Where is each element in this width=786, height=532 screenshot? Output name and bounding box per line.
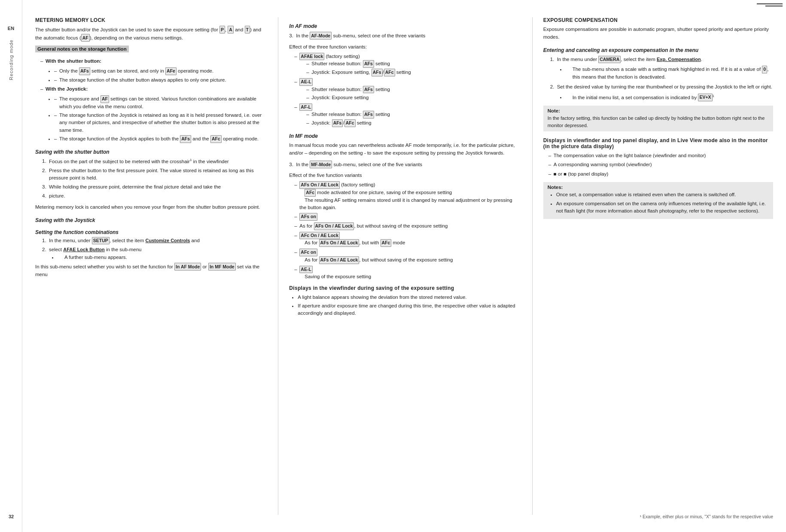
exposure-title: EXPOSURE COMPENSATION xyxy=(543,17,773,23)
mf-variant-5: AFc on As for AFs On / AE Lock, but with… xyxy=(294,249,519,264)
afae-subitems: Shutter release button: AFs setting Joys… xyxy=(306,60,519,76)
viewfinder-bullets: A light balance appears showing the devi… xyxy=(298,294,519,317)
af-mode-title: In AF mode xyxy=(289,23,519,29)
col-mid: In AF mode 3. In the AF-Mode sub-menu, s… xyxy=(278,17,519,515)
saving-joystick-title: Saving with the Joystick xyxy=(35,217,265,223)
mf-mode-title: In MF mode xyxy=(289,133,519,139)
label-afc-1: AFc xyxy=(384,69,395,76)
joystick-bullet-3: The storage function of the Joystick app… xyxy=(54,135,265,143)
label-afc-2: AFc xyxy=(344,119,356,127)
enter-step-2-bullet: In the initial menu list, a set compensa… xyxy=(566,94,773,102)
label-setup: SETUP xyxy=(92,237,110,245)
mf-mode-text: In manual focus mode you can nevertheles… xyxy=(289,142,519,157)
saving-shutter-title: Saving with the shutter button xyxy=(35,149,265,155)
label-afcon-aelock: AFc On / AE Lock xyxy=(299,232,340,240)
vf-bullet-1: A light balance appears showing the devi… xyxy=(298,294,519,301)
enter-step-1-bullet: The sub-menu shows a scale with a settin… xyxy=(566,66,773,81)
viewfinder-display-title: Displays in the viewfinder during saving… xyxy=(289,285,519,291)
mf-v1-text1: AFc mode activated for one picture, savi… xyxy=(305,190,452,195)
afl-subitems: Shutter release button: AFs setting Joys… xyxy=(306,111,519,127)
enter-step-2: 2.Set the desired value by turning the r… xyxy=(550,83,773,101)
saving-shutter-steps: 1.Focus on the part of the subject to be… xyxy=(42,158,265,200)
func-bullet-1: A further sub-menu appears. xyxy=(58,254,265,261)
afl-sub-1: Shutter release button: AFs setting xyxy=(306,111,519,119)
label-afs-1: AFs xyxy=(79,67,90,75)
saving-shutter-title-text: Saving with the shutter button xyxy=(35,149,110,155)
joystick-item: With the Joystick: The exposure and AF s… xyxy=(40,85,265,143)
mf-mode-title-text: In MF mode xyxy=(289,133,318,139)
ael-subitems: Shutter release button: AFs setting Joys… xyxy=(306,86,519,102)
sidebar-lang: EN xyxy=(8,26,14,31)
joystick-bullet-1: The exposure and AF settings can be stor… xyxy=(54,95,265,110)
notes-bullets: Once set, a compensation value is retain… xyxy=(556,191,769,215)
label-exp-comp: Exp. Compensation xyxy=(657,57,701,62)
submenu-text: In this sub-menu select whether you wish… xyxy=(35,263,265,279)
general-notes-label: General notes on the storage function xyxy=(35,46,129,52)
func-step-2: 2.select AFAE Lock Button in the sub-men… xyxy=(42,246,265,261)
label-afs-4: AFs xyxy=(363,86,374,94)
variant-afae: AFAE lock (factory setting) Shutter rele… xyxy=(294,53,519,76)
label-afcon: AFc on xyxy=(299,249,317,256)
ael-sub-2: Joystick: Exposure setting xyxy=(306,94,519,101)
afae-sub-1: Shutter release button: AFs setting xyxy=(306,60,519,68)
saving-joystick-title-text: Saving with the Joystick xyxy=(35,217,95,223)
label-afs-6: AFs xyxy=(332,119,343,127)
notes-bullet-1: Once set, a compensation value is retain… xyxy=(556,191,769,198)
shutter-label: With the shutter button: xyxy=(46,58,101,64)
mf-variant-3: As for AFs On / AE Lock, but without sav… xyxy=(294,222,519,230)
label-afs-2: AFs xyxy=(363,60,374,68)
label-afs-3: AFs xyxy=(372,69,383,76)
shutter-bullet-2: The storage function of the shutter butt… xyxy=(54,76,265,84)
mf-variant-2: AFs on xyxy=(294,213,519,221)
mf-v1-text2: The resulting AF setting remains stored … xyxy=(299,198,512,210)
entering-title: Entering and canceling an exposure compe… xyxy=(543,47,773,53)
joystick-bullet-2: The storage function of the Joystick is … xyxy=(54,112,265,134)
label-afc-joy: AFc xyxy=(210,135,222,143)
label-afson-aelock-2: AFs On / AE Lock xyxy=(314,222,354,230)
step-4: 4.picture. xyxy=(42,192,265,200)
label-ev: EV+X xyxy=(698,94,712,101)
notes-bullet-2: An exposure compensation set on the came… xyxy=(556,200,769,215)
ael-sub-1: Shutter release button: AFs setting xyxy=(306,86,519,94)
label-in-mf: In MF Mode xyxy=(208,263,236,271)
joystick-bullets: The exposure and AF settings can be stor… xyxy=(54,95,265,143)
label-mf-mode: MF-Mode xyxy=(310,161,332,168)
mf-v6-text: Saving of the exposure setting xyxy=(305,274,371,279)
notes-title-2: Notes: xyxy=(548,185,769,190)
enter-step-1: 1.In the menu under CAMERA, select the i… xyxy=(550,56,773,81)
step-2: 2.Press the shutter button to the first … xyxy=(42,167,265,182)
mf-step3: 3. In the MF-Mode sub-menu, select one o… xyxy=(289,161,519,169)
vt-item-2: A corresponding warning symbol (viewfind… xyxy=(548,161,773,168)
mf-variant-6: AE-L Saving of the exposure setting xyxy=(294,266,519,281)
label-a: A xyxy=(228,26,234,33)
vf-bullet-2: If aperture and/or exposure time are cha… xyxy=(298,302,519,317)
note-title-1: Note: xyxy=(548,108,769,113)
page-number: 32 xyxy=(9,514,14,519)
setting-function-title-text: Setting the function combinations xyxy=(35,229,119,235)
label-t: T xyxy=(245,26,250,33)
mf-v4-text: As for AFs On / AE Lock, but with AFc mo… xyxy=(305,240,405,245)
metering-cancel-text: Metering memory lock is canceled when yo… xyxy=(35,204,265,211)
col-left: METERING MEMORY LOCK The shutter button … xyxy=(35,17,265,515)
sidebar-mode: Recording mode xyxy=(9,40,14,80)
entering-steps: 1.In the menu under CAMERA, select the i… xyxy=(550,56,773,102)
shutter-bullet-1: Only the AFs setting can be stored, and … xyxy=(54,67,265,75)
afl-sub-2: Joystick: AFs/AFc setting xyxy=(306,119,519,127)
label-in-af: In AF Mode xyxy=(174,263,201,271)
step-1: 1.Focus on the part of the subject to be… xyxy=(42,158,265,165)
label-af-mode: AF-Mode xyxy=(310,32,332,40)
label-af-joy: AF xyxy=(101,95,109,103)
label-afe-1: AFe xyxy=(165,67,177,75)
label-afae-lock: AFAE lock xyxy=(299,53,324,61)
shutter-item: With the shutter button: Only the AFs se… xyxy=(40,58,265,84)
top-line-1 xyxy=(757,3,783,4)
label-afson-aelock-3: AFs On / AE Lock xyxy=(319,239,359,247)
footnote: ¹ Example, either plus or minus, "X" sta… xyxy=(640,514,773,519)
variant-afl: AF-L Shutter release button: AFs setting… xyxy=(294,103,519,127)
func-bullet: A further sub-menu appears. xyxy=(58,254,265,261)
col-right: EXPOSURE COMPENSATION Exposure compensat… xyxy=(532,17,773,515)
note-box-1: Note: In the factory setting, this funct… xyxy=(543,106,773,131)
factory-setting-1: (factory setting) xyxy=(326,54,359,59)
enter-bullet-1: The sub-menu shows a scale with a settin… xyxy=(566,66,773,81)
joystick-label: With the Joystick: xyxy=(46,86,88,91)
